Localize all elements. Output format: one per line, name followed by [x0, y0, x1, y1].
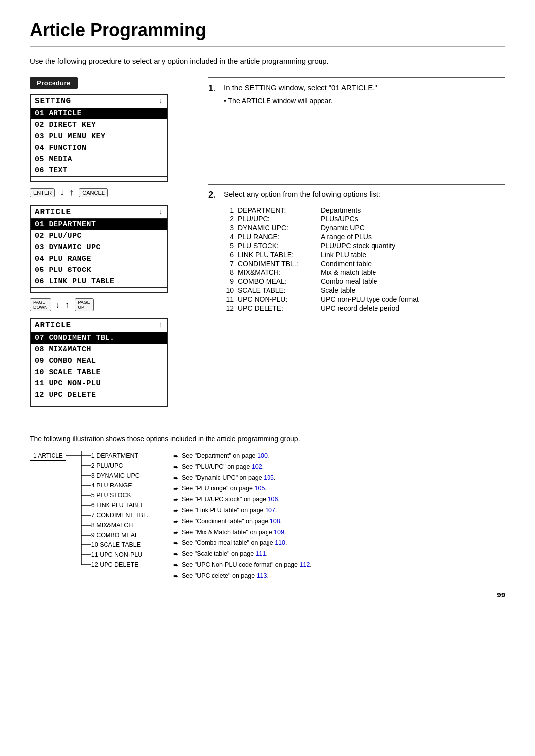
- illus-link-page-2[interactable]: 102: [252, 463, 262, 470]
- arrow-icon-5: ➨: [173, 496, 179, 503]
- setting-item-02[interactable]: 02 DIRECT KEY: [31, 119, 167, 131]
- illus-link-text-5: See "PLU/UPC stock" on page 106.: [182, 496, 280, 503]
- illus-link-text-11: See "UPC Non-PLU code format" on page 11…: [182, 561, 312, 568]
- cancel-key[interactable]: CANCEL: [79, 188, 108, 197]
- opt-num-3: 3: [224, 224, 234, 232]
- tree-label-10: 10 SCALE TABLE: [91, 541, 141, 548]
- tree-label-2: 2 PLU/UPC: [91, 462, 123, 469]
- illus-link-11: ➨ See "UPC Non-PLU code format" on page …: [173, 560, 312, 570]
- opt-val-4: A range of PLUs: [321, 233, 505, 241]
- tree-item-6: 6 LINK PLU TABLE: [81, 500, 149, 510]
- opt-num-1: 1: [224, 206, 234, 214]
- article-menu1-arrow: ↓: [158, 208, 163, 216]
- setting-menu-footer: [31, 176, 167, 181]
- article-menu1-footer: [31, 287, 167, 292]
- illus-link-page-8[interactable]: 109: [274, 529, 284, 536]
- page-title: Article Programming: [30, 20, 505, 47]
- illus-link-page-11[interactable]: 112: [299, 561, 310, 568]
- illus-link-text-7: See "Condiment table" on page 108.: [182, 518, 282, 525]
- article-item-09[interactable]: 09 COMBO MEAL: [31, 355, 167, 367]
- arrow-icon-10: ➨: [173, 550, 179, 558]
- article-item-10[interactable]: 10 SCALE TABLE: [31, 367, 167, 378]
- page-up-key[interactable]: PAGEUP: [75, 298, 94, 311]
- illus-link-page-1[interactable]: 100: [257, 452, 268, 459]
- illus-link-page-7[interactable]: 108: [270, 518, 280, 525]
- illus-link-2: ➨ See "PLU/UPC" on page 102.: [173, 462, 312, 472]
- arrow-icon-4: ➨: [173, 485, 179, 492]
- page-number: 99: [30, 591, 505, 599]
- arrow-icon-9: ➨: [173, 540, 179, 547]
- opt-val-3: Dynamic UPC: [321, 224, 505, 232]
- tree-label-7: 7 CONDIMENT TBL.: [91, 512, 149, 519]
- arrow-icon-3: ➨: [173, 474, 179, 482]
- opt-num-6: 6: [224, 251, 234, 259]
- enter-key[interactable]: ENTER: [30, 188, 55, 197]
- opt-val-1: Departments: [321, 206, 505, 214]
- down-arrow-2: ↓: [56, 300, 60, 310]
- page-down-key[interactable]: PAGEDOWN: [30, 298, 51, 311]
- tree-label-6: 6 LINK PLU TABLE: [91, 502, 145, 509]
- step-1-text: In the SETTING window, select "01 ARTICL…: [224, 83, 377, 92]
- article-item-11[interactable]: 11 UPC NON-PLU: [31, 378, 167, 389]
- illustration-section: The following illustration shows those o…: [30, 427, 505, 581]
- opt-val-8: Mix & match table: [321, 269, 505, 276]
- illus-link-text-10: See "Scale table" on page 111.: [182, 550, 268, 557]
- setting-menu-title: SETTING ↓: [31, 95, 167, 108]
- article-menu1-label: ARTICLE: [35, 208, 71, 216]
- tree-item-4: 4 PLU RANGE: [81, 481, 149, 490]
- article-item-07[interactable]: 07 CONDIMENT TBL.: [31, 332, 167, 344]
- opt-val-11: UPC non-PLU type code format: [321, 295, 505, 303]
- illus-link-page-10[interactable]: 111: [256, 550, 266, 557]
- tree-label-1: 1 DEPARTMENT: [91, 452, 138, 459]
- opt-num-4: 4: [224, 233, 234, 241]
- up-arrow-2: ↑: [65, 300, 70, 310]
- down-arrow-1: ↓: [60, 187, 64, 198]
- article-item-12[interactable]: 12 UPC DELETE: [31, 389, 167, 401]
- opt-num-8: 8: [224, 269, 234, 276]
- step-1-sub: • The ARTICLE window will appear.: [224, 97, 505, 105]
- illus-link-3: ➨ See "Dynamic UPC" on page 105.: [173, 473, 312, 483]
- article-item-03[interactable]: 03 DYNAMIC UPC: [31, 242, 167, 253]
- article-item-02[interactable]: 02 PLU/UPC: [31, 230, 167, 242]
- setting-item-05[interactable]: 05 MEDIA: [31, 154, 167, 165]
- article-item-05[interactable]: 05 PLU STOCK: [31, 265, 167, 276]
- article-item-08[interactable]: 08 MIX&MATCH: [31, 344, 167, 355]
- step-1-header: 1. In the SETTING window, select "01 ART…: [208, 83, 505, 95]
- illus-link-page-5[interactable]: 106: [268, 496, 278, 503]
- illus-link-page-9[interactable]: 110: [275, 540, 285, 546]
- setting-item-03[interactable]: 03 PLU MENU KEY: [31, 131, 167, 142]
- illus-link-page-4[interactable]: 105: [254, 485, 265, 492]
- article-menu1-title: ARTICLE ↓: [31, 206, 167, 219]
- opt-key-10: SCALE TABLE:: [238, 286, 317, 294]
- illus-link-text-1: See "Department" on page 100.: [182, 452, 269, 459]
- tree-root-row: 1 ARTICLE 1 DEPARTMENT: [30, 451, 159, 570]
- arrow-icon-7: ➨: [173, 518, 179, 525]
- illus-link-page-3[interactable]: 105: [264, 474, 274, 481]
- step-2-number: 2.: [208, 190, 220, 200]
- opt-num-12: 12: [224, 304, 234, 312]
- arrow-icon-8: ➨: [173, 529, 179, 536]
- article-menu2-footer: [31, 401, 167, 406]
- opt-key-6: LINK PLU TABLE:: [238, 251, 317, 259]
- opt-val-2: PLUs/UPCs: [321, 215, 505, 223]
- illus-link-6: ➨ See "Link PLU table" on page 107.: [173, 505, 312, 515]
- article-menu-2: ARTICLE ↑ 07 CONDIMENT TBL. 08 MIX&MATCH…: [30, 318, 168, 407]
- tree-label-3: 3 DYNAMIC UPC: [91, 472, 140, 479]
- setting-item-04[interactable]: 04 FUNCTION: [31, 142, 167, 154]
- illustration-tree: 1 ARTICLE 1 DEPARTMENT: [30, 451, 159, 581]
- setting-menu: SETTING ↓ 01 ARTICLE 02 DIRECT KEY 03 PL…: [30, 94, 168, 182]
- article-menu-1: ARTICLE ↓ 01 DEPARTMENT 02 PLU/UPC 03 DY…: [30, 205, 168, 293]
- illus-link-1: ➨ See "Department" on page 100.: [173, 451, 312, 461]
- illus-link-text-9: See "Combo meal table" on page 110.: [182, 540, 287, 546]
- options-list: 1 DEPARTMENT: Departments 2 PLU/UPC: PLU…: [224, 206, 505, 312]
- article-item-01[interactable]: 01 DEPARTMENT: [31, 219, 167, 230]
- setting-item-06[interactable]: 06 TEXT: [31, 165, 167, 176]
- opt-key-1: DEPARTMENT:: [238, 206, 317, 214]
- article-item-06[interactable]: 06 LINK PLU TABLE: [31, 276, 167, 287]
- opt-key-9: COMBO MEAL:: [238, 277, 317, 285]
- illus-link-page-6[interactable]: 107: [265, 507, 275, 514]
- setting-item-01[interactable]: 01 ARTICLE: [31, 108, 167, 119]
- opt-val-12: UPC record delete period: [321, 304, 505, 312]
- illus-link-page-12[interactable]: 113: [257, 572, 267, 579]
- article-item-04[interactable]: 04 PLU RANGE: [31, 253, 167, 265]
